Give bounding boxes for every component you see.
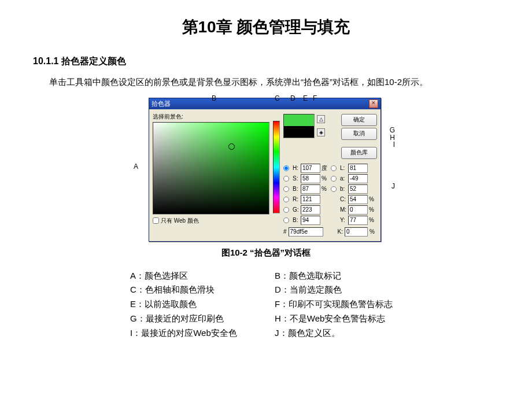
h-input[interactable]: 107 <box>301 164 320 173</box>
legend-b: B：颜色选取标记 <box>275 269 341 283</box>
h-unit: 度 <box>322 164 330 172</box>
a-radio[interactable] <box>331 176 337 182</box>
dialog-buttons: 确定 取消 颜色库 <box>341 114 377 159</box>
pick-foreground-label: 选择前景色: <box>153 113 269 121</box>
a-input[interactable]: -49 <box>348 174 368 183</box>
y-label: Y: <box>340 217 347 223</box>
bv-radio[interactable] <box>283 186 289 192</box>
bv-unit: % <box>322 186 330 192</box>
g-label: G: <box>293 206 300 213</box>
callout-d: D <box>290 94 295 102</box>
document-page: 第10章 颜色管理与填充 10.1.1 拾色器定义颜色 单击工具箱中颜色设定区的… <box>0 0 532 399</box>
hex-label: # <box>283 228 287 235</box>
figure-caption: 图10-2 “拾色器”对话框 <box>32 247 500 258</box>
callout-e: E <box>303 94 308 102</box>
k-label: K: <box>338 228 343 235</box>
r-radio[interactable] <box>283 197 289 202</box>
close-icon[interactable]: ✕ <box>369 99 378 108</box>
legend-c: C：色相轴和颜色滑块 <box>130 283 275 297</box>
color-field-column: 选择前景色: 只有 Web 颜色 <box>153 113 269 237</box>
r-label: R: <box>293 196 300 202</box>
dialog-with-callouts: A B C D E F G H I J 拾色器 ✕ 选择前景色: <box>114 98 418 242</box>
chapter-title: 第10章 颜色管理与填充 <box>32 16 500 38</box>
l-radio[interactable] <box>331 165 337 171</box>
legend-e: E：以前选取颜色 <box>130 297 275 312</box>
l-input[interactable]: 81 <box>348 164 368 173</box>
legend-i: I：最接近的对应Web安全色 <box>130 326 275 341</box>
callout-c: C <box>275 94 280 102</box>
hex-row: # 79df5e K: 0 % <box>283 227 377 237</box>
web-colors-only-input[interactable] <box>153 217 159 224</box>
callout-i: I <box>393 141 395 149</box>
y-input[interactable]: 77 <box>348 216 368 225</box>
warning-column: △ ◈ <box>317 115 325 136</box>
previous-color-swatch[interactable] <box>284 126 314 138</box>
k-unit: % <box>370 228 375 235</box>
color-picker-dialog: 拾色器 ✕ 选择前景色: 只有 Web 颜色 <box>149 98 381 242</box>
color-values-grid: H:107度 L:81 S:58% a:-49 B:87% b:52 R:121… <box>283 164 377 225</box>
figure: A B C D E F G H I J 拾色器 ✕ 选择前景色: <box>32 98 500 258</box>
dialog-title: 拾色器 <box>152 99 171 108</box>
s-radio[interactable] <box>283 176 289 182</box>
l-label: L: <box>340 165 347 171</box>
b-lab-input[interactable]: 52 <box>348 184 368 194</box>
b-rgb-radio[interactable] <box>283 217 289 223</box>
g-input[interactable]: 223 <box>301 205 320 215</box>
y-unit: % <box>369 217 377 223</box>
web-colors-only-checkbox[interactable]: 只有 Web 颜色 <box>153 217 269 225</box>
m-label: M: <box>340 206 347 213</box>
legend: A：颜色选择区B：颜色选取标记 C：色相轴和颜色滑块D：当前选定颜色 E：以前选… <box>130 269 500 341</box>
m-input[interactable]: 0 <box>348 205 368 215</box>
legend-f: F：印刷不可实现颜色警告标志 <box>275 297 393 312</box>
a-label: a: <box>340 175 347 182</box>
web-safe-warning-icon[interactable]: ◈ <box>317 128 325 136</box>
callout-j: J <box>391 182 395 190</box>
gamut-warning-icon[interactable]: △ <box>317 115 325 123</box>
c-unit: % <box>369 196 377 202</box>
bv-input[interactable]: 87 <box>301 184 320 194</box>
current-color-swatch[interactable] <box>284 114 314 126</box>
hex-input[interactable]: 79df5e <box>289 227 323 237</box>
legend-h: H：不是Web安全色警告标志 <box>275 312 385 326</box>
s-label: S: <box>293 175 300 182</box>
h-radio[interactable] <box>283 165 289 171</box>
callout-g: G <box>390 126 395 134</box>
legend-g: G：最接近的对应印刷色 <box>130 312 275 326</box>
b-rgb-label: B: <box>293 217 300 223</box>
legend-d: D：当前选定颜色 <box>275 283 342 297</box>
color-library-button[interactable]: 颜色库 <box>341 147 377 159</box>
cancel-button[interactable]: 取消 <box>341 128 377 140</box>
color-selection-ring-icon[interactable] <box>228 143 235 150</box>
s-unit: % <box>322 175 330 182</box>
c-label: C: <box>340 196 347 202</box>
dialog-body: 选择前景色: 只有 Web 颜色 <box>149 109 380 241</box>
h-label: H: <box>293 165 300 171</box>
intro-paragraph: 单击工具箱中颜色设定区的前景色或是背景色显示图标，系统弹出“拾色器”对话框，如图… <box>32 75 500 90</box>
ok-button[interactable]: 确定 <box>341 114 377 126</box>
color-swatches <box>283 114 315 138</box>
b-lab-radio[interactable] <box>331 186 337 192</box>
s-input[interactable]: 58 <box>301 174 320 183</box>
g-radio[interactable] <box>283 207 289 213</box>
web-colors-only-label: 只有 Web 颜色 <box>161 217 199 225</box>
dialog-titlebar[interactable]: 拾色器 ✕ <box>149 98 380 109</box>
b-rgb-input[interactable]: 94 <box>301 216 320 225</box>
right-column: △ ◈ 确定 取消 颜色库 H:107度 <box>283 114 377 237</box>
r-input[interactable]: 121 <box>301 195 320 204</box>
m-unit: % <box>369 206 377 213</box>
c-input[interactable]: 54 <box>348 195 368 204</box>
legend-a: A：颜色选择区 <box>130 269 275 283</box>
color-field[interactable] <box>153 122 269 215</box>
hue-slider[interactable] <box>273 121 280 213</box>
bv-label: B: <box>293 186 300 192</box>
callout-a: A <box>134 162 138 171</box>
callout-b: B <box>212 94 216 102</box>
b-lab-label: b: <box>340 186 347 192</box>
legend-j: J：颜色定义区。 <box>275 326 340 341</box>
swatch-row: △ ◈ 确定 取消 颜色库 <box>283 114 377 159</box>
section-heading: 10.1.1 拾色器定义颜色 <box>33 56 500 68</box>
callout-f: F <box>313 94 317 102</box>
k-input[interactable]: 0 <box>345 227 368 237</box>
